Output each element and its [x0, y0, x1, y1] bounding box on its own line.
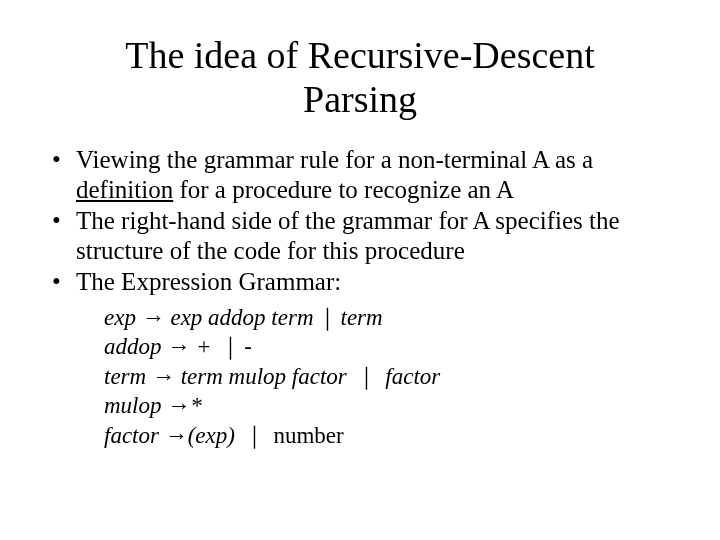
slide: The idea of Recursive-Descent Parsing Vi… — [0, 0, 720, 540]
grammar-addop-lhs: addop — [104, 334, 162, 359]
grammar-factor-lhs: factor — [104, 423, 159, 448]
bullet-item-2: The right-hand side of the grammar for A… — [48, 206, 672, 265]
grammar-factor-rhs2: number — [273, 423, 343, 448]
bullet-item-1: Viewing the grammar rule for a non-termi… — [48, 145, 672, 204]
grammar-line-5: factor →(exp) ｜ number — [104, 421, 672, 450]
grammar-mulop-rhs1: * — [190, 393, 202, 418]
pipe-icon: ｜ — [217, 334, 244, 359]
grammar-line-4: mulop →* — [104, 391, 672, 420]
arrow-icon: → — [142, 305, 165, 330]
grammar-line-1: exp → exp addop term｜term — [104, 303, 672, 332]
bullet-1-text-post: for a procedure to recognize an A — [173, 176, 514, 203]
arrow-icon: → — [152, 364, 175, 389]
grammar-exp-rhs1: exp addop term — [170, 305, 313, 330]
arrow-icon: → — [167, 393, 190, 418]
bullet-1-text-underline: definition — [76, 176, 173, 203]
grammar-addop-rhs2: - — [244, 334, 252, 359]
grammar-line-3: term → term mulop factor ｜ factor — [104, 362, 672, 391]
grammar-line-2: addop → + ｜- — [104, 332, 672, 361]
grammar-exp-rhs2: term — [341, 305, 383, 330]
arrow-icon: → — [167, 334, 190, 359]
bullet-list: Viewing the grammar rule for a non-termi… — [48, 145, 672, 297]
pipe-icon: ｜ — [353, 364, 380, 389]
pipe-icon: ｜ — [241, 423, 268, 448]
pipe-icon: ｜ — [314, 305, 341, 330]
bullet-2-text: The right-hand side of the grammar for A… — [76, 207, 620, 264]
bullet-item-3: The Expression Grammar: — [48, 267, 672, 297]
arrow-icon: → — [165, 423, 188, 448]
grammar-exp-lhs: exp — [104, 305, 136, 330]
grammar-term-lhs: term — [104, 364, 146, 389]
grammar-factor-rhs1: (exp) — [188, 423, 235, 448]
slide-title: The idea of Recursive-Descent Parsing — [80, 34, 640, 121]
grammar-mulop-lhs: mulop — [104, 393, 162, 418]
bullet-3-text: The Expression Grammar: — [76, 268, 341, 295]
bullet-1-text-pre: Viewing the grammar rule for a non-termi… — [76, 146, 593, 173]
grammar-block: exp → exp addop term｜term addop → + ｜- t… — [104, 303, 672, 450]
grammar-term-rhs2: factor — [385, 364, 440, 389]
grammar-addop-rhs1: + — [196, 334, 212, 359]
grammar-term-rhs1: term mulop factor — [181, 364, 347, 389]
